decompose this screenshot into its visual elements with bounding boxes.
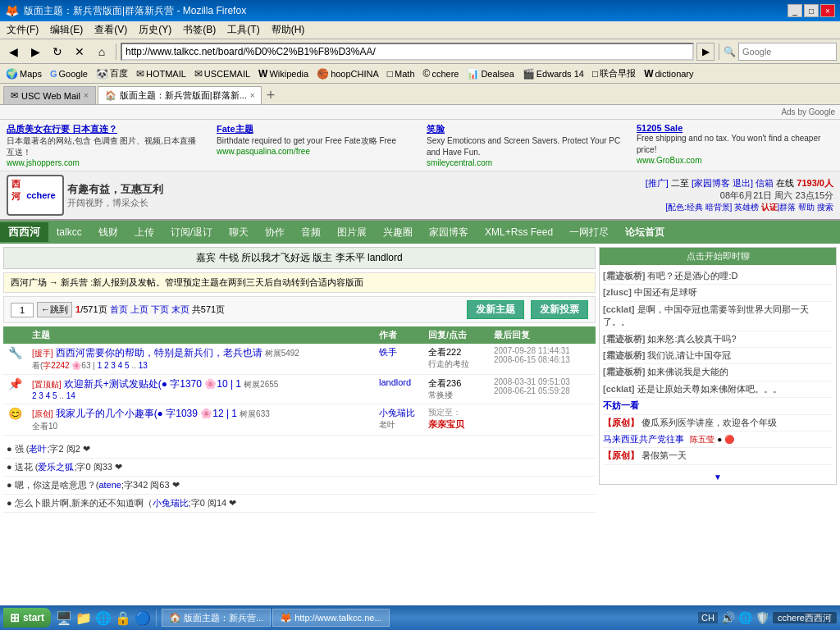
author-link-3[interactable]: 小兔瑞比 — [379, 408, 415, 418]
ad-link-3[interactable]: smileycentral.com — [427, 158, 623, 167]
bm-math[interactable]: □Math — [385, 67, 418, 80]
menu-help[interactable]: 帮助(H) — [268, 22, 308, 38]
thread-title-2[interactable]: 欢迎新兵+测试发贴处(● 字1370 🌸10 | 1 — [64, 378, 241, 390]
search-input[interactable] — [738, 43, 837, 61]
nav-blog[interactable]: 家园博客 — [421, 223, 477, 242]
new-topic-btn[interactable]: 发新主题 — [467, 300, 524, 319]
systray-lang[interactable]: CH — [698, 612, 718, 623]
chat-name-3[interactable]: [ccklat] — [603, 304, 635, 314]
new-tab-btn[interactable]: + — [267, 87, 276, 104]
taskbar-btn-url[interactable]: 🦊 http://www.talkcc.ne... — [272, 609, 389, 627]
page-2-4[interactable]: 4 — [46, 391, 51, 400]
nav-talkcc[interactable]: talkcc — [48, 224, 90, 240]
header-mail[interactable]: 信箱 — [756, 178, 774, 188]
nav-home[interactable]: 论坛首页 — [617, 223, 673, 242]
bm-cchere[interactable]: ©cchere — [421, 67, 462, 80]
ad-title-3[interactable]: 笑脸 — [427, 123, 623, 135]
bm-zaobao[interactable]: □联合早报 — [590, 66, 638, 80]
nav-audio[interactable]: 音频 — [293, 223, 329, 242]
settings-text[interactable]: [配色:经典 暗背景] 英雄榜 认证|群落 帮助 搜索 — [665, 203, 833, 212]
menu-bookmarks[interactable]: 书签(B) — [180, 22, 219, 38]
new-vote-btn[interactable]: 发新投票 — [531, 300, 588, 319]
home-btn[interactable]: ⌂ — [92, 43, 112, 61]
author-link-1[interactable]: 铁手 — [379, 347, 397, 357]
tab-mail-close[interactable]: × — [84, 91, 89, 100]
bm-baidu[interactable]: 🐼百度 — [94, 66, 130, 80]
ad-title-1[interactable]: 品质美女在行要 日本直连？ — [7, 123, 203, 135]
taskbar-btn-forum[interactable]: 🏠 版面主题：新兵营... — [162, 609, 271, 627]
page-2-2[interactable]: 2 — [32, 391, 37, 400]
chat-name-8[interactable]: 不妨一看 — [603, 400, 639, 410]
bm-uscemail[interactable]: ✉USCEMAIL — [192, 67, 253, 80]
bm-maps[interactable]: 🌍Maps — [3, 67, 44, 80]
bm-dict[interactable]: Wdictionary — [641, 67, 696, 80]
nav-rss[interactable]: XML+Rss Feed — [477, 224, 561, 240]
page-1-4[interactable]: 4 — [118, 361, 123, 370]
chat-name-5[interactable]: [霜迹板桥] — [603, 350, 645, 360]
sidebar-more[interactable]: ▼ — [600, 470, 836, 484]
quicklaunch-icon-1[interactable]: 🖥️ — [56, 609, 72, 626]
go-btn[interactable]: ▶ — [696, 43, 714, 61]
bm-google[interactable]: GGoogle — [48, 68, 90, 80]
menu-view[interactable]: 查看(V) — [91, 22, 130, 38]
systray-icon-1[interactable]: 🔊 — [721, 611, 735, 624]
chat-name-4[interactable]: [霜迹板桥] — [603, 334, 645, 344]
menu-history[interactable]: 历史(Y) — [135, 22, 175, 38]
nav-money[interactable]: 钱财 — [90, 223, 126, 242]
goto-btn[interactable]: ←跳到 — [37, 302, 72, 317]
nav-photos[interactable]: 图片展 — [329, 223, 375, 242]
page-1-13[interactable]: 13 — [139, 361, 148, 370]
ad-title-4[interactable]: 51205 Sale — [637, 123, 833, 133]
start-button[interactable]: ⊞ start — [3, 608, 51, 628]
tab-forum-close[interactable]: × — [250, 91, 255, 100]
nav-subscribe[interactable]: 订阅/退订 — [162, 223, 221, 242]
chat-name-6[interactable]: [霜迹板桥] — [603, 367, 645, 377]
nav-interest[interactable]: 兴趣圈 — [375, 223, 421, 242]
chat-name-9[interactable]: 【原创】 — [603, 418, 639, 427]
author-link-2[interactable]: landlord — [379, 377, 411, 387]
quicklaunch-icon-3[interactable]: 🌐 — [95, 609, 112, 626]
tab-forum[interactable]: 🏠 版面主题：新兵营版面|群落新... × — [98, 86, 262, 104]
nav-chat[interactable]: 聊天 — [221, 223, 257, 242]
ad-title-2[interactable]: Fate主题 — [217, 123, 413, 135]
chat-text-10[interactable]: 马来西亚共产党往事 — [603, 434, 684, 444]
menu-tools[interactable]: 工具(T) — [224, 22, 262, 38]
tuiguang-link[interactable]: [推广] — [646, 178, 669, 188]
page-1-1[interactable]: 1 — [98, 361, 103, 370]
bm-hoopcn[interactable]: 🏀hoopCHINA — [314, 67, 381, 80]
quick-link-2[interactable]: 爱乐之狐 — [38, 462, 74, 472]
quick-link-3[interactable]: atene — [98, 480, 121, 490]
forward-btn[interactable]: ▶ — [25, 43, 45, 61]
page-2-3[interactable]: 3 — [39, 391, 43, 400]
bm-hotmail[interactable]: ✉HOTMAIL — [134, 67, 189, 80]
stop-btn[interactable]: ✕ — [70, 43, 89, 61]
menu-file[interactable]: 文件(F) — [3, 22, 42, 38]
back-btn[interactable]: ◀ — [3, 43, 23, 61]
page-input[interactable] — [11, 303, 34, 317]
minimize-btn[interactable]: _ — [788, 4, 802, 17]
first-page-link[interactable]: 首页 — [110, 304, 128, 314]
maximize-btn[interactable]: □ — [804, 4, 819, 17]
chat-name-7[interactable]: [ccklat] — [603, 384, 635, 394]
last-page-link[interactable]: 末页 — [171, 304, 189, 314]
thread-title-1[interactable]: 西西河需要你的帮助，特别是新兵们，老兵也请 — [56, 347, 262, 358]
systray-icon-2[interactable]: 🌐 — [738, 611, 752, 624]
next-page-link[interactable]: 下页 — [151, 304, 169, 314]
page-1-3[interactable]: 3 — [111, 361, 116, 370]
page-2-14[interactable]: 14 — [66, 391, 75, 400]
page-1-2[interactable]: 2 — [104, 361, 109, 370]
page-1-5[interactable]: 5 — [125, 361, 130, 370]
bm-dealsea[interactable]: 📊Dealsea — [464, 67, 516, 80]
page-2-5[interactable]: 5 — [52, 391, 57, 400]
menu-edit[interactable]: 编辑(E) — [47, 22, 86, 38]
systray-icon-3[interactable]: 🛡️ — [756, 611, 769, 624]
reserved-link[interactable]: 亲亲宝贝 — [428, 419, 464, 429]
refresh-btn[interactable]: ↻ — [48, 43, 67, 61]
quick-link-1[interactable]: 老叶 — [29, 444, 47, 454]
tab-mail[interactable]: ✉ USC Web Mail × — [3, 86, 96, 104]
nav-collab[interactable]: 协作 — [257, 223, 293, 242]
prev-page-link[interactable]: 上页 — [130, 304, 148, 314]
chat-header[interactable]: 点击开始即时聊 — [600, 248, 836, 265]
tuichu-link[interactable]: 退出] — [733, 178, 753, 188]
thread-title-3[interactable]: 我家儿子的几个小趣事(● 字1039 🌸12 | 1 — [56, 408, 237, 419]
